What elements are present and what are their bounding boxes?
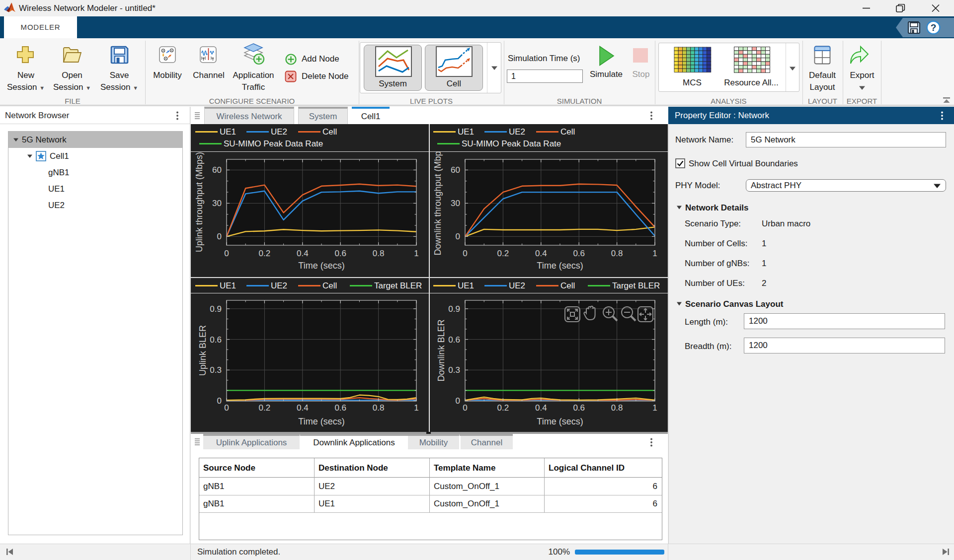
svg-text:0.8: 0.8 <box>611 249 623 258</box>
svg-text:Uplink BLER: Uplink BLER <box>198 325 208 376</box>
svg-text:0.2: 0.2 <box>259 249 271 258</box>
svg-text:Time (secs): Time (secs) <box>537 417 583 426</box>
svg-text:30: 30 <box>451 199 460 208</box>
svg-text:Time (secs): Time (secs) <box>298 417 344 426</box>
svg-text:1: 1 <box>652 403 657 413</box>
svg-text:30: 30 <box>212 199 222 208</box>
svg-text:1: 1 <box>414 249 418 258</box>
svg-text:0.3: 0.3 <box>210 365 222 375</box>
svg-text:0.6: 0.6 <box>448 335 460 345</box>
svg-text:?: ? <box>931 22 937 33</box>
svg-text:0.4: 0.4 <box>535 403 547 413</box>
svg-text:0.3: 0.3 <box>448 365 460 375</box>
svg-text:0.6: 0.6 <box>573 249 585 258</box>
svg-text:Time (secs): Time (secs) <box>537 261 583 271</box>
svg-text:Downlink BLER: Downlink BLER <box>436 319 446 381</box>
svg-text:0.6: 0.6 <box>573 403 585 413</box>
svg-text:0.6: 0.6 <box>210 335 222 345</box>
svg-text:1: 1 <box>652 249 657 258</box>
svg-text:0.4: 0.4 <box>297 403 309 413</box>
svg-text:Uplink throughput (Mbps): Uplink throughput (Mbps) <box>194 152 204 252</box>
svg-text:0: 0 <box>217 396 222 406</box>
svg-text:1: 1 <box>414 403 418 413</box>
svg-text:0.6: 0.6 <box>334 403 346 413</box>
svg-text:0.2: 0.2 <box>497 403 509 413</box>
svg-text:0: 0 <box>224 403 229 413</box>
svg-text:0.6: 0.6 <box>334 249 346 258</box>
svg-text:0: 0 <box>463 403 467 413</box>
svg-text:0.9: 0.9 <box>210 304 222 314</box>
svg-text:Downlink throughput (Mbps): Downlink throughput (Mbps) <box>433 151 443 256</box>
svg-text:0: 0 <box>463 249 467 258</box>
svg-text:0.4: 0.4 <box>535 249 547 258</box>
svg-text:60: 60 <box>212 165 222 175</box>
svg-text:Time (secs): Time (secs) <box>298 261 344 271</box>
svg-text:0.8: 0.8 <box>373 403 385 413</box>
svg-text:0.8: 0.8 <box>611 403 623 413</box>
svg-text:0.9: 0.9 <box>448 304 460 314</box>
svg-text:0.4: 0.4 <box>297 249 309 258</box>
svg-text:0.8: 0.8 <box>373 249 385 258</box>
svg-text:0: 0 <box>224 249 229 258</box>
svg-text:60: 60 <box>451 165 460 175</box>
svg-text:0: 0 <box>217 232 222 241</box>
svg-text:0: 0 <box>456 232 460 241</box>
svg-text:0.2: 0.2 <box>497 249 509 258</box>
svg-text:0: 0 <box>456 396 460 406</box>
svg-text:0.2: 0.2 <box>259 403 271 413</box>
